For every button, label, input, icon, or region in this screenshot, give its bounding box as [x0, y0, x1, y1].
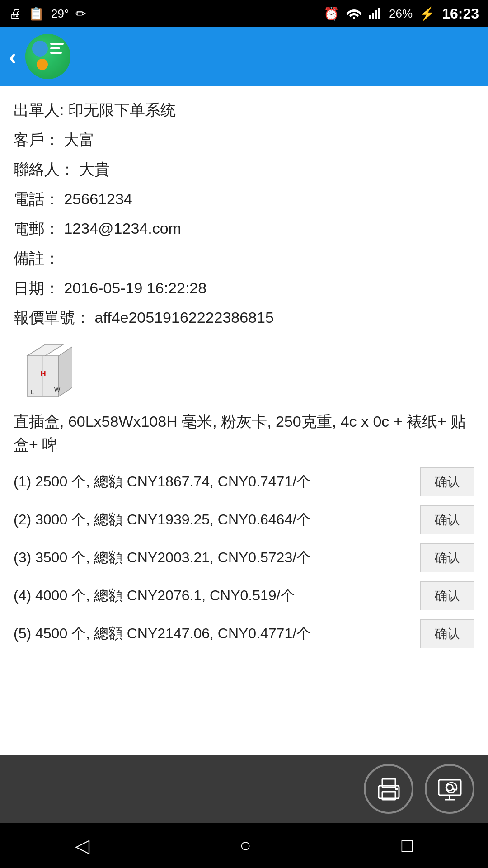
- phone-value: 25661234: [64, 190, 132, 208]
- signal-icon: [369, 6, 382, 22]
- remarks-row: 備註：: [14, 248, 474, 269]
- phone-row: 電話： 25661234: [14, 189, 474, 210]
- status-bar-left: 🖨 📋 29° ✏: [9, 6, 86, 21]
- confirm-button-4[interactable]: 确认: [420, 581, 474, 610]
- app-logo: [25, 34, 70, 79]
- temperature-display: 29°: [51, 7, 69, 21]
- customer-row: 客戶： 大富: [14, 129, 474, 151]
- email-button[interactable]: [425, 764, 474, 814]
- svg-rect-15: [395, 788, 398, 790]
- product-image-container: H L W: [14, 338, 474, 401]
- confirm-button-3[interactable]: 确认: [420, 543, 474, 572]
- navigation-bar: ◁ ○ □: [0, 823, 488, 868]
- issuer-row: 出單人: 印无限下单系统: [14, 99, 474, 121]
- pricing-text: (2) 3000 个, 總額 CNY1939.25, CNY0.6464/个: [14, 510, 420, 530]
- svg-rect-16: [439, 780, 461, 795]
- pricing-row: (2) 3000 个, 總額 CNY1939.25, CNY0.6464/个确认: [14, 505, 474, 534]
- logo-circle-blue: [32, 41, 48, 57]
- svg-text:H: H: [41, 370, 46, 377]
- pen-icon: ✏: [75, 6, 86, 21]
- pricing-row: (4) 4000 个, 總額 CNY2076.1, CNY0.519/个确认: [14, 581, 474, 610]
- app-header: ‹: [0, 27, 488, 86]
- date-label: 日期：: [14, 279, 60, 297]
- pricing-text: (5) 4500 个, 總額 CNY2147.06, CNY0.4771/个: [14, 624, 420, 644]
- contact-label: 聯絡人：: [14, 160, 75, 178]
- svg-marker-7: [59, 347, 72, 396]
- alarm-icon: ⏰: [324, 6, 339, 21]
- svg-rect-2: [372, 13, 374, 19]
- content-area: 出單人: 印无限下单系统 客戶： 大富 聯絡人： 大貴 電話： 25661234…: [0, 86, 488, 671]
- pricing-text: (1) 2500 个, 總額 CNY1867.74, CNY0.7471/个: [14, 472, 420, 492]
- status-bar-right: ⏰ 26% ⚡ 16:23: [324, 5, 479, 22]
- customer-value: 大富: [64, 131, 94, 148]
- back-nav-button[interactable]: ◁: [75, 835, 89, 857]
- svg-rect-4: [378, 8, 380, 19]
- battery-icon: ⚡: [419, 6, 435, 21]
- quote-label: 報價單號：: [14, 309, 90, 326]
- date-value: 2016-05-19 16:22:28: [64, 279, 206, 297]
- pricing-row: (3) 3500 个, 總額 CNY2003.21, CNY0.5723/个确认: [14, 543, 474, 572]
- logo-circle-orange: [37, 59, 48, 70]
- svg-rect-3: [375, 10, 377, 19]
- confirm-button-2[interactable]: 确认: [420, 505, 474, 534]
- svg-point-19: [446, 784, 453, 791]
- recent-nav-icon: □: [401, 835, 413, 856]
- svg-marker-6: [27, 344, 63, 356]
- issuer-label: 出單人:: [14, 101, 64, 118]
- status-bar: 🖨 📋 29° ✏ ⏰ 26% ⚡ 16:23: [0, 0, 488, 27]
- pricing-list: (1) 2500 个, 總額 CNY1867.74, CNY0.7471/个确认…: [14, 467, 474, 648]
- recent-nav-button[interactable]: □: [401, 835, 413, 856]
- issuer-value: 印无限下单系统: [68, 101, 176, 118]
- battery-display: 26%: [389, 7, 413, 21]
- date-row: 日期： 2016-05-19 16:22:28: [14, 278, 474, 299]
- home-nav-button[interactable]: ○: [240, 835, 251, 856]
- email-value: 1234@1234.com: [64, 220, 181, 237]
- contact-row: 聯絡人： 大貴: [14, 159, 474, 180]
- svg-rect-1: [369, 15, 371, 19]
- confirm-button-5[interactable]: 确认: [420, 619, 474, 648]
- svg-point-0: [353, 17, 355, 19]
- pricing-text: (4) 4000 个, 總額 CNY2076.1, CNY0.519/个: [14, 586, 420, 606]
- clipboard-icon: 🖨: [9, 6, 22, 21]
- logo-lines: [50, 43, 64, 54]
- pricing-text: (3) 3500 个, 總額 CNY2003.21, CNY0.5723/个: [14, 548, 420, 568]
- quote-value: aff4e20519162222386815: [94, 309, 273, 326]
- app-notification-icon: 📋: [28, 6, 44, 21]
- email-row: 電郵： 1234@1234.com: [14, 218, 474, 240]
- remarks-label: 備註：: [14, 250, 60, 267]
- print-button[interactable]: [364, 764, 413, 814]
- email-label: 電郵：: [14, 220, 60, 237]
- svg-text:W: W: [54, 386, 61, 393]
- quote-row: 報價單號： aff4e20519162222386815: [14, 307, 474, 329]
- phone-label: 電話：: [14, 190, 60, 208]
- customer-label: 客戶：: [14, 131, 60, 148]
- product-description: 直插盒, 60Lx58Wx108H 毫米, 粉灰卡, 250克重, 4c x 0…: [14, 410, 474, 456]
- confirm-button-1[interactable]: 确认: [420, 467, 474, 496]
- pricing-row: (5) 4500 个, 總額 CNY2147.06, CNY0.4771/个确认: [14, 619, 474, 648]
- contact-value: 大貴: [79, 160, 110, 178]
- bottom-action-bar: [0, 755, 488, 823]
- back-nav-icon: ◁: [75, 835, 89, 857]
- svg-text:L: L: [31, 388, 34, 396]
- wifi-icon: [346, 6, 362, 22]
- time-display: 16:23: [442, 5, 479, 22]
- back-button[interactable]: ‹: [9, 44, 16, 69]
- home-nav-icon: ○: [240, 835, 251, 856]
- pricing-row: (1) 2500 个, 總額 CNY1867.74, CNY0.7471/个确认: [14, 467, 474, 496]
- product-image: H L W: [14, 338, 72, 401]
